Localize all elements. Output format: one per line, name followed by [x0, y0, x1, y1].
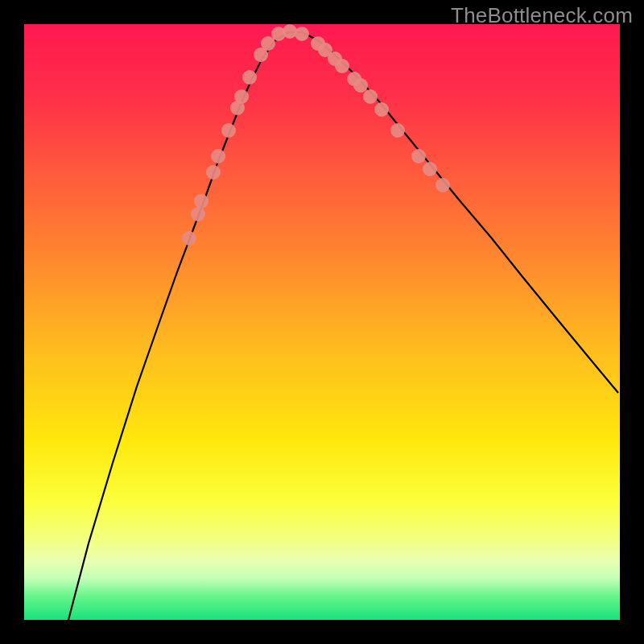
data-marker [221, 123, 236, 138]
data-marker [363, 89, 378, 104]
chart-svg [24, 24, 620, 620]
data-marker [390, 123, 405, 138]
watermark-text: TheBottleneck.com [451, 3, 633, 28]
data-marker [191, 207, 205, 221]
data-marker [211, 149, 225, 163]
data-marker [234, 89, 249, 104]
data-marker [182, 231, 196, 246]
data-marker [242, 70, 257, 85]
chart-frame [24, 24, 620, 620]
data-marker [335, 59, 349, 73]
data-marker [423, 162, 437, 176]
data-marker [194, 194, 208, 208]
data-marker [295, 27, 309, 41]
bottleneck-curve [68, 32, 618, 620]
data-marker [206, 165, 221, 180]
data-marker [283, 24, 297, 39]
data-marker [411, 149, 426, 163]
marker-group [182, 24, 450, 246]
data-marker [374, 102, 389, 117]
data-marker [436, 178, 450, 192]
data-marker [353, 78, 368, 93]
